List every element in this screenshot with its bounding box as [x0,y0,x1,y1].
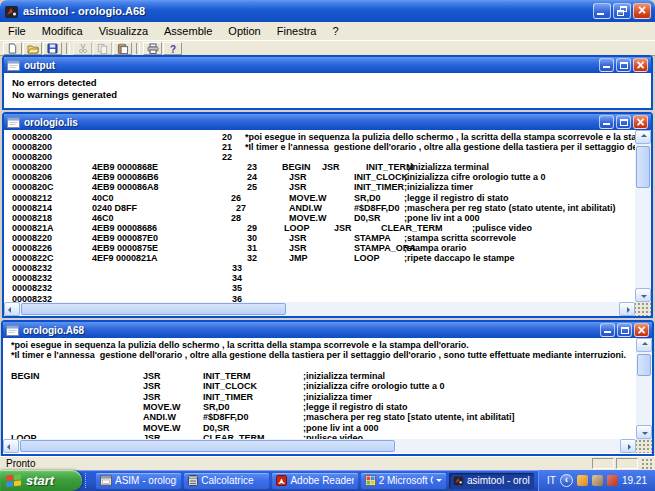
taskbar-group-dropdown-icon[interactable] [436,479,442,485]
output-close-button[interactable] [633,58,648,72]
new-file-button[interactable] [3,42,22,55]
a68-hscroll-thumb[interactable] [20,440,395,452]
code-line [3,361,652,371]
code-line: JSRINIT_CLOCK;inizializza cifre orologio… [3,381,652,391]
output-maximize-button[interactable] [616,58,631,72]
code-line: 0000820C4EB9 000086A825JSRINIT_TIMER;ini… [4,182,651,192]
new-document-icon [7,43,18,54]
print-button[interactable] [143,42,162,55]
a68-scroll-right-button[interactable] [620,439,636,453]
code-line: JSRINIT_TIMER;inizializza timer [3,392,652,402]
menu-modifica[interactable]: Modifica [34,25,91,37]
lis-close-button[interactable] [633,115,648,129]
a68-code-area[interactable]: *poi esegue in sequenza la pulizia dello… [3,338,652,439]
help-button[interactable]: ? [163,42,182,55]
status-text: Pronto [6,458,35,469]
lis-horizontal-scrollbar[interactable] [4,302,635,316]
lis-window: orologio.lis 0000820020*poi esegue in se… [2,112,653,318]
menu-finestra[interactable]: Finestra [269,25,325,37]
paste-button[interactable] [113,42,132,55]
a68-horizontal-scrollbar[interactable] [3,439,636,453]
a68-vertical-scrollbar[interactable] [636,338,652,439]
code-line: 0000820021*Il timer e l'annessa gestione… [4,142,651,152]
save-floppy-icon [47,43,58,54]
start-label: start [26,473,54,488]
lis-scroll-down-button[interactable] [635,288,651,302]
a68-titlebar[interactable]: orologio.A68 [3,322,652,338]
menu-help[interactable]: ? [325,25,347,37]
lis-scroll-right-button[interactable] [619,302,635,316]
output-content[interactable]: No errors detected No warnings generated [4,73,651,108]
menu-visualizza[interactable]: Visualizza [91,25,156,37]
menu-option[interactable]: Option [220,25,268,37]
asim-window-icon [100,475,112,486]
a68-vscroll-thumb[interactable] [637,354,651,376]
output-titlebar[interactable]: output [4,57,651,73]
a68-content[interactable]: *poi esegue in sequenza la pulizia dello… [3,338,652,439]
main-titlebar[interactable]: asimtool - orologio.A68 [0,0,655,22]
system-tray: IT ‹ 19.21 [538,470,655,491]
toolbar-separator [136,43,140,54]
code-line: 000082140240 D8FF27ANDI.W#$D8FF,D0;masch… [4,203,651,213]
output-window-icon [7,60,20,71]
output-minimize-button[interactable] [599,58,614,72]
lis-vscroll-thumb[interactable] [636,146,650,188]
status-bar: Pronto [0,456,655,470]
lis-vertical-scrollbar[interactable] [635,130,651,302]
quick-launch-divider [85,473,89,488]
lis-code-area[interactable]: 0000820020*poi esegue in sequenza la pul… [4,130,651,302]
windows-flag-icon [6,474,22,488]
code-line: 0000821240C026MOVE.WSR,D0;legge il regis… [4,193,651,203]
language-indicator[interactable]: IT [547,475,556,486]
main-restore-button[interactable] [613,3,631,19]
window-resize-grip[interactable] [641,458,653,470]
main-minimize-button[interactable] [593,3,611,19]
code-line: 0000820022 [4,152,651,162]
code-line: 000082064EB9 000086B624JSRINIT_CLOCK;ini… [4,172,651,182]
printer-icon [147,43,159,54]
task-microsoft-office-group[interactable]: 2 Microsoft Office... [361,473,446,489]
save-file-button[interactable] [43,42,62,55]
lis-maximize-button[interactable] [616,115,631,129]
code-line: MOVE.WD0,SR;pone liv int a 000 [3,423,652,433]
code-line: 0000823234 [4,273,651,283]
a68-maximize-button[interactable] [617,323,632,337]
lis-hscroll-thumb[interactable] [21,303,286,315]
menu-bar: File Modifica Visualizza Assemble Option… [0,22,655,41]
toolbar: ? [0,41,655,56]
task-asim-config[interactable]: ASIM - orologio.cfg [96,473,181,489]
a68-scroll-up-button[interactable] [636,338,652,352]
main-close-button[interactable] [633,3,651,19]
task-adobe-reader[interactable]: Adobe Reader - [A... [272,473,357,489]
ms-office-icon [365,475,376,486]
a68-close-button[interactable] [634,323,649,337]
collapse-chevron-icon[interactable]: ‹ [560,474,573,487]
output-line: No errors detected [12,77,651,89]
task-asimtool-active[interactable]: asimtool - orologio.... [449,473,534,489]
lis-minimize-button[interactable] [599,115,614,129]
a68-scroll-down-button[interactable] [636,425,652,439]
code-line: ANDI.W#$D8FF,D0;maschera per reg stato [… [3,412,652,422]
lis-scroll-up-button[interactable] [635,130,651,144]
a68-title: orologio.A68 [23,325,600,336]
lis-titlebar[interactable]: orologio.lis [4,114,651,130]
tray-app-icon-1[interactable] [577,475,588,486]
a68-scroll-left-button[interactable] [3,439,19,453]
tray-app-icon-3[interactable] [607,475,618,486]
a68-resize-grip[interactable] [636,439,652,453]
lis-content[interactable]: 0000820020*poi esegue in sequenza la pul… [4,130,651,302]
menu-assemble[interactable]: Assemble [156,25,220,37]
code-line: 0000823235 [4,283,651,293]
a68-minimize-button[interactable] [600,323,615,337]
taskbar-tasks: ASIM - orologio.cfg Calcolatrice Adobe R… [92,473,538,489]
lis-title: orologio.lis [24,117,599,128]
tray-app-icon-2[interactable] [592,475,603,486]
menu-file[interactable]: File [0,25,34,37]
task-calcolatrice[interactable]: Calcolatrice [184,473,269,489]
lis-resize-grip[interactable] [635,302,651,316]
cut-scissors-icon [78,43,88,54]
open-file-button[interactable] [23,42,42,55]
start-button[interactable]: start [0,470,82,491]
status-panel [592,458,614,469]
lis-scroll-left-button[interactable] [4,302,20,316]
